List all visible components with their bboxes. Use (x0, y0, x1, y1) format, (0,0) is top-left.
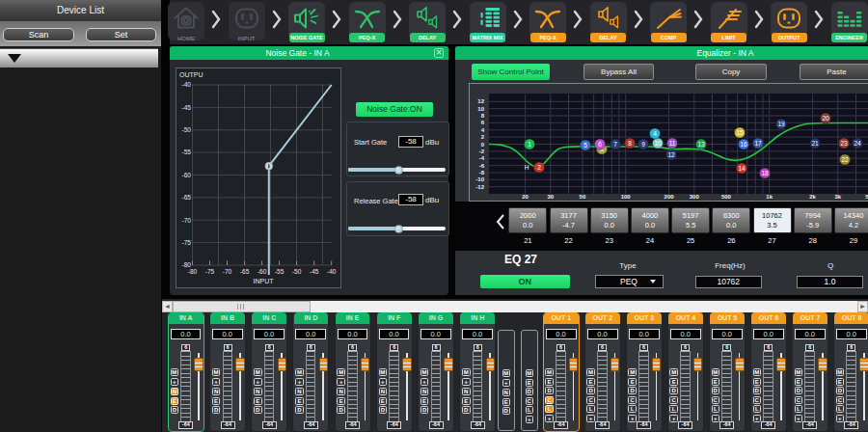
svg-text:12: 12 (477, 98, 484, 104)
svg-text:-45: -45 (182, 104, 192, 111)
svg-text:18: 18 (761, 169, 769, 176)
svg-text:14: 14 (738, 164, 746, 171)
svg-text:-50: -50 (292, 268, 302, 275)
svg-text:20: 20 (522, 193, 529, 199)
svg-text:22: 22 (841, 155, 849, 162)
svg-text:-50: -50 (182, 126, 192, 133)
svg-text:6: 6 (481, 120, 485, 125)
svg-text:-8: -8 (479, 170, 485, 176)
svg-text:9: 9 (641, 140, 645, 147)
svg-text:8: 8 (628, 139, 632, 146)
svg-text:13: 13 (697, 140, 705, 147)
svg-text:10: 10 (654, 139, 662, 146)
svg-text:-40: -40 (327, 268, 337, 275)
svg-text:-2: -2 (479, 148, 485, 153)
svg-text:24: 24 (854, 139, 861, 146)
svg-text:16: 16 (740, 140, 747, 147)
svg-text:7: 7 (613, 140, 617, 147)
svg-text:50: 50 (580, 193, 586, 199)
svg-text:500: 500 (721, 193, 732, 199)
svg-text:-70: -70 (223, 268, 232, 275)
svg-text:-40: -40 (182, 81, 192, 88)
svg-text:-75: -75 (182, 239, 192, 246)
svg-text:-65: -65 (240, 268, 250, 275)
svg-text:-55: -55 (275, 268, 285, 275)
svg-text:2: 2 (537, 163, 541, 170)
svg-text:-4: -4 (479, 155, 485, 161)
svg-text:10: 10 (477, 105, 484, 111)
svg-text:11: 11 (669, 139, 676, 146)
svg-text:21: 21 (811, 139, 819, 146)
svg-text:-65: -65 (182, 194, 192, 201)
svg-text:3k: 3k (834, 193, 841, 199)
svg-text:-12: -12 (475, 183, 484, 189)
svg-text:-80: -80 (188, 268, 198, 275)
svg-text:19: 19 (777, 120, 785, 126)
svg-text:5: 5 (583, 141, 587, 148)
svg-text:6: 6 (598, 140, 602, 147)
svg-text:4: 4 (481, 126, 485, 132)
svg-text:200: 200 (665, 193, 675, 199)
svg-text:-45: -45 (310, 268, 319, 275)
svg-text:0: 0 (481, 141, 485, 147)
svg-text:300: 300 (690, 193, 700, 199)
svg-text:1k: 1k (766, 193, 773, 199)
svg-text:30: 30 (547, 193, 554, 199)
svg-text:-6: -6 (479, 162, 485, 168)
svg-text:-60: -60 (258, 268, 267, 275)
svg-text:20: 20 (822, 114, 829, 121)
svg-text:2: 2 (481, 134, 485, 140)
svg-text:8: 8 (481, 113, 485, 119)
svg-text:1: 1 (528, 140, 531, 147)
svg-text:INPUT: INPUT (254, 278, 275, 284)
svg-text:4: 4 (653, 129, 657, 136)
svg-text:-10: -10 (475, 176, 484, 182)
svg-text:H: H (525, 164, 529, 171)
svg-text:17: 17 (754, 139, 762, 146)
svg-text:2k: 2k (809, 193, 816, 199)
svg-text:-75: -75 (205, 268, 215, 275)
svg-text:-70: -70 (182, 217, 192, 224)
svg-text:15: 15 (736, 128, 744, 135)
svg-text:100: 100 (621, 193, 632, 199)
svg-text:OUTPU: OUTPU (179, 71, 203, 78)
svg-text:12: 12 (667, 150, 675, 157)
svg-text:-60: -60 (182, 172, 192, 178)
svg-text:-55: -55 (182, 148, 192, 155)
svg-text:23: 23 (840, 139, 848, 146)
